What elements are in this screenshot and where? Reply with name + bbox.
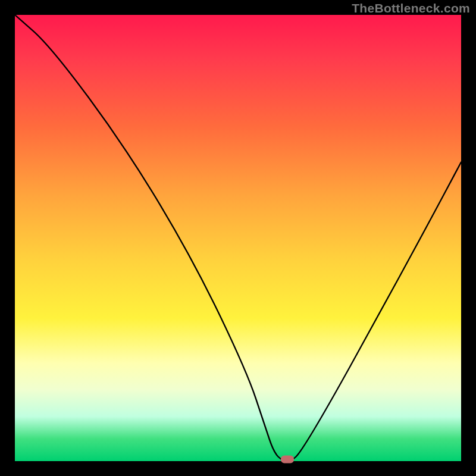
- optimum-marker: [281, 456, 294, 464]
- watermark-text: TheBottleneck.com: [352, 1, 470, 15]
- chart-stage: TheBottleneck.com: [0, 0, 476, 476]
- plot-area: [15, 15, 461, 461]
- curve-svg: [15, 15, 461, 461]
- bottleneck-curve: [15, 15, 461, 461]
